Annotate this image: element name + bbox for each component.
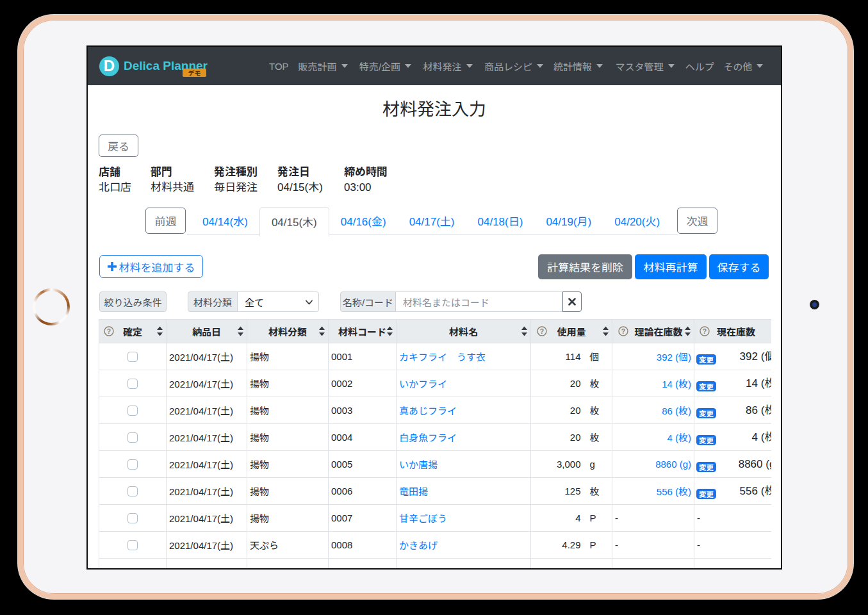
svg-text:?: ? bbox=[703, 327, 707, 335]
svg-text:?: ? bbox=[107, 327, 111, 335]
svg-text:?: ? bbox=[540, 327, 544, 335]
svg-text:?: ? bbox=[621, 327, 625, 335]
